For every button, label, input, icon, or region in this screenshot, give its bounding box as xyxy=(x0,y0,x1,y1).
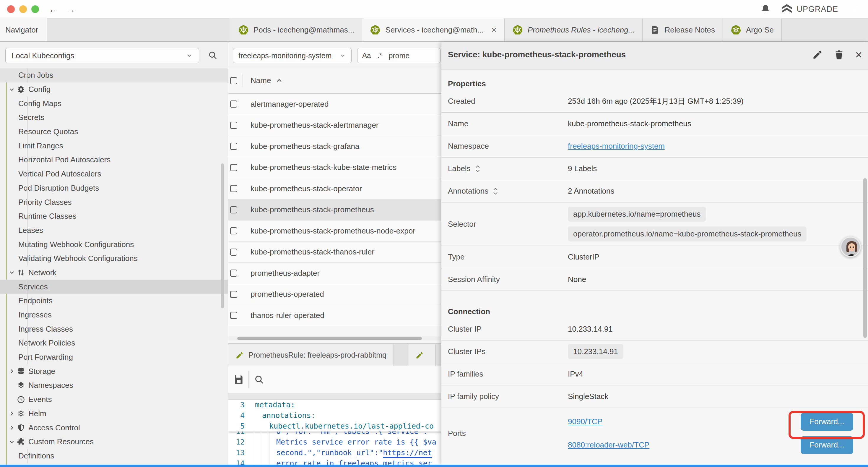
tab-4[interactable]: Release Notes xyxy=(643,18,723,41)
sidebar-item-config-maps[interactable]: Config Maps xyxy=(0,96,228,111)
navigator-scrollbar[interactable] xyxy=(221,164,224,308)
close-icon[interactable]: × xyxy=(855,49,862,60)
table-row[interactable]: thanos-ruler-operated xyxy=(228,305,441,326)
sidebar-item-access-control[interactable]: Access Control xyxy=(0,420,228,435)
sidebar-item-endpoints[interactable]: Endpoints xyxy=(0,294,228,308)
horizontal-scrollbar-thumb[interactable] xyxy=(237,337,422,340)
search-icon[interactable] xyxy=(208,51,217,60)
sidebar-item-config[interactable]: Config xyxy=(0,83,228,97)
delete-icon[interactable] xyxy=(834,49,844,60)
sidebar-item-events[interactable]: Events xyxy=(0,392,228,407)
traffic-light-close[interactable] xyxy=(7,5,15,13)
resource-search-input[interactable]: Aa .* prome xyxy=(357,48,440,63)
table-row[interactable]: kube-prometheus-stack-operator xyxy=(228,178,441,200)
sidebar-item-resource-quotas[interactable]: Resource Quotas xyxy=(0,125,228,139)
row-checkbox[interactable] xyxy=(230,122,237,129)
selector-chip[interactable]: app.kubernetes.io/name=prometheus xyxy=(568,207,706,222)
sidebar-item-ingress-classes[interactable]: Ingress Classes xyxy=(0,322,228,336)
namespace-selector[interactable]: freeleaps-monitoring-system xyxy=(233,48,351,63)
sidebar-item-namespaces[interactable]: Namespaces xyxy=(0,378,228,392)
sidebar-item-ingresses[interactable]: Ingresses xyxy=(0,308,228,322)
editor-search-icon[interactable] xyxy=(254,375,264,384)
row-checkbox[interactable] xyxy=(230,249,237,256)
row-checkbox[interactable] xyxy=(230,100,237,108)
edit-icon[interactable] xyxy=(812,49,823,60)
table-row[interactable]: prometheus-adapter xyxy=(228,263,441,284)
upgrade-button[interactable]: UPGRADE xyxy=(781,4,838,14)
select-all-checkbox[interactable] xyxy=(230,77,237,84)
chevron-down-icon[interactable] xyxy=(8,86,16,93)
sidebar-item-runtime-classes[interactable]: Runtime Classes xyxy=(0,209,228,224)
close-tab-icon[interactable]: × xyxy=(491,25,497,35)
detail-scrollbar[interactable] xyxy=(863,178,867,338)
table-row[interactable]: kube-prometheus-stack-alertmanager xyxy=(228,115,441,136)
sidebar-item-leases[interactable]: Leases xyxy=(0,224,228,238)
sidebar-item-vertical-pod-autoscalers[interactable]: Vertical Pod Autoscalers xyxy=(0,167,228,181)
expander-icon[interactable] xyxy=(475,164,481,173)
chevron-right-icon[interactable] xyxy=(8,368,16,375)
port-link[interactable]: 8080:reloader-web/TCP xyxy=(568,440,649,449)
sidebar-item-pod-disruption-budgets[interactable]: Pod Disruption Budgets xyxy=(0,181,228,195)
sidebar-item-priority-classes[interactable]: Priority Classes xyxy=(0,195,228,209)
table-row[interactable]: prometheus-operated xyxy=(228,284,441,305)
horizontal-scrollbar[interactable] xyxy=(228,337,441,341)
table-row[interactable]: alertmanager-operated xyxy=(228,94,441,115)
sidebar-item-limit-ranges[interactable]: Limit Ranges xyxy=(0,139,228,153)
sidebar-item-mutating-webhook-configurations[interactable]: Mutating Webhook Configurations xyxy=(0,237,228,252)
sidebar-item-services[interactable]: Services xyxy=(0,280,228,294)
sidebar-item-custom-resources[interactable]: Custom Resources xyxy=(0,435,228,449)
traffic-light-maximize[interactable] xyxy=(31,5,39,13)
table-header[interactable]: Name xyxy=(228,68,441,94)
tab-navigator[interactable]: Navigator xyxy=(0,18,47,41)
chevron-down-icon[interactable] xyxy=(8,438,16,445)
save-icon[interactable] xyxy=(233,374,244,385)
row-checkbox[interactable] xyxy=(230,227,237,234)
sidebar-item-port-forwarding[interactable]: Port Forwarding xyxy=(0,350,228,364)
notification-count-badge[interactable]: 15 xyxy=(849,2,863,16)
regex-toggle[interactable]: .* xyxy=(377,52,382,60)
sidebar-item-storage[interactable]: Storage xyxy=(0,364,228,378)
sidebar-item-network[interactable]: Network xyxy=(0,266,228,280)
chevron-down-icon[interactable] xyxy=(8,269,16,276)
traffic-light-minimize[interactable] xyxy=(19,5,27,13)
avatar[interactable] xyxy=(840,236,861,257)
editor-tab-2[interactable] xyxy=(408,344,436,366)
back-arrow-icon[interactable]: ← xyxy=(47,3,60,16)
tab-1[interactable]: Pods - icecheng@mathmas... xyxy=(230,18,362,41)
match-case-toggle[interactable]: Aa xyxy=(362,52,371,60)
row-checkbox[interactable] xyxy=(230,312,237,319)
row-checkbox[interactable] xyxy=(230,206,237,213)
value-chip[interactable]: 10.233.14.91 xyxy=(568,344,623,359)
editor-link[interactable]: https://net xyxy=(383,448,432,458)
sidebar-item-validating-webhook-configurations[interactable]: Validating Webhook Configurations xyxy=(0,252,228,266)
row-checkbox[interactable] xyxy=(230,185,237,192)
editor-tab-1[interactable]: PrometheusRule: freeleaps-prod-rabbitmq xyxy=(228,344,394,366)
port-link[interactable]: 9090/TCP xyxy=(568,417,602,426)
column-header-name[interactable]: Name xyxy=(251,76,271,85)
table-row[interactable]: kube-prometheus-stack-thanos-ruler xyxy=(228,242,441,263)
yaml-editor[interactable]: 110", for: "nm", labels :{ service : 12M… xyxy=(228,400,441,467)
row-checkbox[interactable] xyxy=(230,143,237,150)
sidebar-item-secrets[interactable]: Secrets xyxy=(0,111,228,125)
sidebar-item-network-policies[interactable]: Network Policies xyxy=(0,336,228,350)
forward-button[interactable]: Forward... xyxy=(801,436,853,454)
namespace-link[interactable]: freeleaps-monitoring-system xyxy=(568,142,665,151)
sidebar-item-definitions[interactable]: Definitions xyxy=(0,449,228,463)
tab-5[interactable]: Argo Se xyxy=(723,18,782,41)
forward-button[interactable]: Forward... xyxy=(801,413,853,431)
selector-chip[interactable]: operator.prometheus.io/name=kube-prometh… xyxy=(568,226,807,241)
expander-icon[interactable] xyxy=(493,187,498,196)
kubeconfig-selector[interactable]: Local Kubeconfigs xyxy=(5,48,199,63)
forward-arrow-icon[interactable]: → xyxy=(64,3,77,16)
sidebar-item-cron-jobs[interactable]: Cron Jobs xyxy=(0,68,228,83)
table-row[interactable]: kube-prometheus-stack-prometheus-node-ex… xyxy=(228,221,441,242)
tab-3[interactable]: Prometheus Rules - icecheng... xyxy=(505,18,643,41)
sidebar-item-helm[interactable]: Helm xyxy=(0,407,228,421)
chevron-right-icon[interactable] xyxy=(8,410,16,417)
row-checkbox[interactable] xyxy=(230,164,237,171)
chevron-right-icon[interactable] xyxy=(8,424,16,431)
bell-icon[interactable] xyxy=(761,4,771,14)
table-row[interactable]: kube-prometheus-stack-grafana xyxy=(228,136,441,157)
table-row[interactable]: kube-prometheus-stack-kube-state-metrics xyxy=(228,157,441,178)
tab-2[interactable]: Services - icecheng@math...× xyxy=(362,18,504,41)
